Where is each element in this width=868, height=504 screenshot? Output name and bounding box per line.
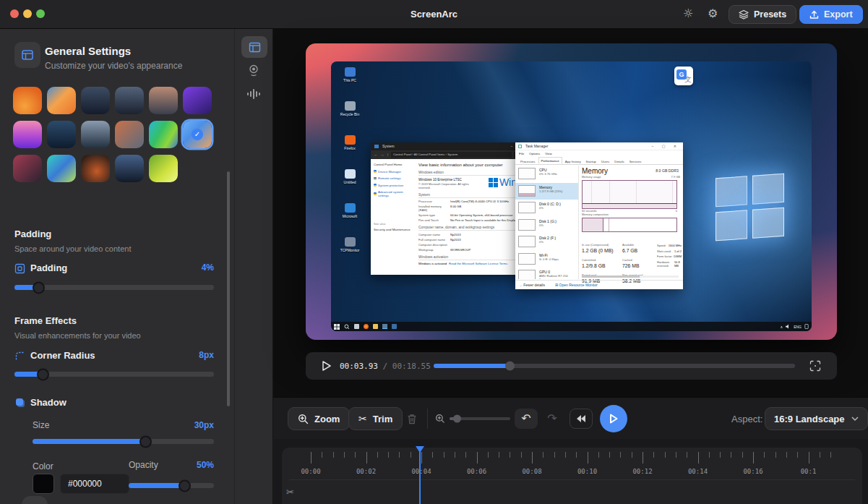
google-translate-icon: G 文 [674,67,693,85]
ruler-label-00-10: 00:10 [577,468,597,475]
wallpaper-thumb-16[interactable] [115,155,144,182]
wallpaper-thumb-12[interactable]: ✓ [183,121,212,148]
sidebar-scrollbar[interactable] [227,171,230,406]
seek-thumb[interactable] [505,362,515,371]
trim-tool-button[interactable]: ✂ Trim [348,407,403,430]
timeline-zoom-thumb[interactable] [453,415,461,423]
ruler-tick [355,452,356,458]
padding-control-label: Padding [30,262,67,273]
wallpaper-thumb-2[interactable] [47,87,76,114]
system-window: System– ▢ ✕ ←→↑ Control Panel › All Cont… [371,142,538,275]
ruler-tick [742,452,743,458]
system-left-nav: Control Panel HomeDevice ManagerRemote s… [371,159,416,275]
tm-stat: Committed1.2/9.8 GB [582,259,619,268]
windows-taskbar: ∧ ENG [331,322,812,331]
fewer-details-link[interactable]: ⌵ Fewer details [520,283,545,288]
wallpaper-thumb-11[interactable] [149,121,178,148]
play-button[interactable] [600,405,627,432]
shadow-size-value: 30px [194,420,214,430]
wallpaper-thumb-7[interactable] [13,121,42,148]
ruler-tick [455,452,455,458]
skip-back-button[interactable] [570,409,593,429]
aspect-ratio-dropdown[interactable]: 16:9 Landscape [765,407,868,430]
desktop-icon-1: This PC [335,67,364,98]
tm-tab-users: Users [599,158,611,164]
rail-frame-tab[interactable] [241,36,267,58]
timeline-zoom-slider[interactable] [450,417,510,420]
wallpaper-thumb-13[interactable] [13,155,42,182]
tm-resource-gpu-0: GPU 0AMD Radeon R7 200 Series [515,268,579,279]
shadow-color-swatch[interactable] [33,474,54,494]
ruler-tick [687,452,687,458]
wallpaper-thumb-14[interactable] [47,155,76,182]
general-settings-icon [14,42,40,68]
tm-tab-app-history: App history [563,158,583,164]
shadow-opacity-value: 50% [197,460,214,470]
wallpaper-thumb-8[interactable] [47,121,76,148]
wallpaper-thumb-9[interactable] [81,121,110,148]
task-manager-scrollbar[interactable] [582,276,679,278]
ruler-label-00-00: 00:00 [301,468,320,475]
tm-tab-services: Services [627,158,644,164]
settings-gear-icon[interactable]: ⚙ [708,8,718,20]
ruler-tick [432,452,433,458]
ruler-tick [720,452,721,458]
ruler-tick [598,452,599,458]
task-manager-window: Task Manager– ▢ ✕ FileOptionsView Proces… [515,142,683,289]
timeline[interactable]: 00:0000:0200:0400:0600:0800:1000:1200:14… [282,448,862,504]
rail-webcam-tab[interactable] [247,64,260,77]
corner-radius-slider[interactable] [14,372,214,377]
aspect-label: Aspect: [731,414,762,424]
wallpaper-thumb-10[interactable] [115,121,144,148]
ruler-tick [421,452,422,464]
fit-screen-icon[interactable] [809,360,821,372]
shadow-color-input[interactable] [60,474,129,494]
wallpaper-thumb-17[interactable] [149,155,178,182]
shadow-size-slider[interactable] [33,439,214,444]
corner-radius-slider-thumb[interactable] [37,368,49,380]
shadow-opacity-slider-thumb[interactable] [179,479,191,492]
theme-toggle-sun-icon[interactable]: ☼ [683,8,693,20]
padding-slider[interactable] [14,285,214,290]
trim-tool-label: Trim [373,414,392,424]
wallpaper-thumb-5[interactable] [149,87,178,114]
wallpaper-thumb-4[interactable] [115,87,144,114]
ruler-tick [576,452,577,458]
ruler-label-00-06: 00:06 [467,468,486,475]
taskbar-active-app-icon [382,324,387,329]
ruler-label-00-04: 00:04 [411,468,431,475]
wallpaper-thumb-6[interactable] [183,87,212,114]
export-button[interactable]: Export [799,5,863,24]
ruler-tick [620,452,621,458]
preview-play-icon[interactable] [320,359,332,372]
delete-clip-button[interactable] [400,409,424,429]
video-frame[interactable]: This PCRecycle BinFirefoxUntitledMicroso… [306,43,837,340]
zoom-tool-button[interactable]: Zoom [288,407,350,430]
ruler-tick [543,452,543,458]
ruler-tick [653,452,654,458]
shadow-size-label: Size [33,420,49,430]
ruler-tick [698,452,699,464]
ruler-label-00-14: 00:14 [688,468,708,475]
wallpaper-thumb-3[interactable] [81,87,110,114]
presets-button[interactable]: Presets [729,5,796,24]
timeline-scissors-icon[interactable]: ✂ [286,487,294,497]
seek-bar[interactable] [434,364,795,368]
rail-audio-tab[interactable] [246,88,261,100]
shadow-size-slider-thumb[interactable] [139,435,152,448]
playhead[interactable] [419,448,421,504]
padding-slider-thumb[interactable] [33,281,45,294]
wallpaper-thumb-1[interactable] [13,87,42,114]
redo-button[interactable]: ↷ [541,409,564,429]
shadow-opacity-slider[interactable] [129,483,214,488]
start-button-icon [334,324,340,330]
wallpaper-thumb-15[interactable] [81,155,110,182]
taskbar-folder-icon [373,324,378,329]
tm-tab-processes: Processes [518,158,538,164]
presets-label: Presets [754,9,786,20]
ruler-tick [366,452,367,464]
playhead-handle-icon[interactable] [416,446,424,453]
ruler-tick [665,452,666,458]
undo-button[interactable]: ↶ [515,409,538,429]
resource-monitor-link[interactable]: ⊞ Open Resource Monitor [555,283,598,287]
